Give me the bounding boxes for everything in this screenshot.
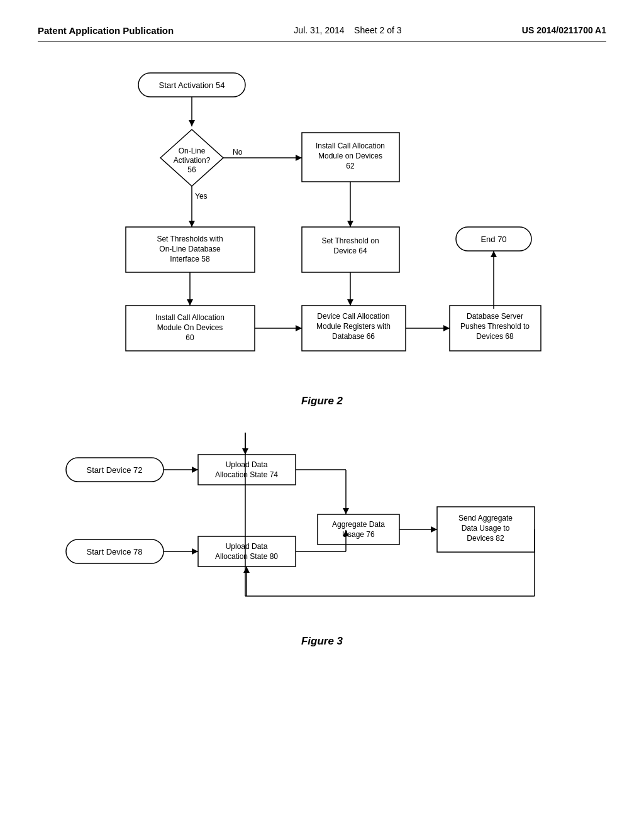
figure3-container: Start Device 72 Upload Data Allocation S…	[38, 426, 606, 648]
svg-text:Set Thresholds with: Set Thresholds with	[157, 235, 223, 243]
svg-text:Send Aggregate: Send Aggregate	[458, 514, 513, 523]
svg-rect-73	[318, 514, 399, 545]
svg-text:Device  64: Device 64	[333, 246, 367, 255]
svg-marker-66	[192, 548, 198, 555]
svg-text:Upload Data: Upload Data	[226, 460, 268, 469]
svg-marker-3	[189, 120, 195, 126]
svg-marker-77	[431, 526, 437, 533]
svg-text:Interface  58: Interface 58	[170, 255, 210, 263]
svg-text:Module On Devices: Module On Devices	[157, 323, 223, 332]
svg-marker-23	[347, 221, 353, 227]
svg-marker-62	[343, 508, 349, 514]
header-date-sheet: Jul. 31, 2014 Sheet 2 of 3	[294, 25, 401, 35]
svg-marker-38	[296, 325, 302, 331]
svg-text:No: No	[233, 148, 243, 157]
figure3-svg: Start Device 72 Upload Data Allocation S…	[38, 426, 579, 621]
svg-text:Pushes Threshold to: Pushes Threshold to	[460, 322, 530, 331]
svg-text:Start Device 72: Start Device 72	[87, 465, 143, 475]
svg-marker-10	[296, 155, 302, 161]
svg-text:Devices  82: Devices 82	[467, 534, 504, 543]
svg-text:Database Server: Database Server	[467, 312, 523, 321]
svg-text:Database  66: Database 66	[332, 332, 375, 341]
svg-text:Data Usage to: Data Usage to	[462, 524, 510, 533]
svg-marker-17	[189, 221, 195, 227]
svg-text:On-Line: On-Line	[179, 147, 206, 155]
svg-text:62: 62	[346, 162, 355, 170]
svg-marker-46	[443, 325, 450, 331]
svg-text:Device Call Allocation: Device Call Allocation	[317, 312, 389, 321]
svg-text:Activation?: Activation?	[174, 156, 211, 165]
svg-rect-57	[198, 455, 296, 485]
svg-text:Install Call Allocation: Install Call Allocation	[316, 141, 385, 150]
svg-text:60: 60	[186, 333, 194, 342]
header-sheet: Sheet 2 of 3	[354, 25, 402, 35]
svg-text:End  70: End 70	[480, 235, 506, 244]
svg-text:56: 56	[187, 165, 196, 174]
svg-text:Module on Devices: Module on Devices	[318, 152, 382, 160]
svg-marker-87	[243, 567, 250, 573]
page: Patent Application Publication Jul. 31, …	[0, 0, 644, 830]
header-patent-number: US 2014/0211700 A1	[522, 25, 606, 35]
figure2-label: Figure 2	[38, 395, 606, 407]
svg-text:Install Call Allocation: Install Call Allocation	[155, 313, 225, 322]
svg-marker-40	[347, 299, 353, 306]
figure3-label: Figure 3	[38, 635, 606, 648]
figure2-svg: Start Activation 54 On-Line Activation? …	[38, 60, 579, 381]
svg-text:Upload Data: Upload Data	[226, 542, 268, 551]
header-title: Patent Application Publication	[38, 25, 174, 36]
svg-marker-32	[187, 299, 193, 306]
page-header: Patent Application Publication Jul. 31, …	[38, 25, 606, 42]
svg-text:Start Device 78: Start Device 78	[87, 547, 143, 556]
svg-rect-67	[198, 536, 296, 567]
svg-text:Aggregate Data: Aggregate Data	[332, 520, 385, 529]
svg-text:Yes: Yes	[195, 192, 208, 201]
svg-marker-30	[491, 251, 497, 257]
svg-text:Set Threshold on: Set Threshold on	[321, 236, 379, 245]
svg-text:Module Registers with: Module Registers with	[316, 322, 391, 331]
svg-text:Start Activation 54: Start Activation 54	[159, 80, 225, 90]
svg-text:Usage  76: Usage 76	[342, 530, 375, 539]
header-date: Jul. 31, 2014	[294, 25, 344, 35]
svg-text:Devices  68: Devices 68	[476, 332, 514, 341]
svg-text:Allocation State  80: Allocation State 80	[215, 552, 278, 561]
svg-marker-56	[192, 467, 198, 473]
figure2-container: Start Activation 54 On-Line Activation? …	[38, 60, 606, 407]
svg-text:Allocation State  74: Allocation State 74	[215, 470, 278, 479]
svg-text:On-Line Database: On-Line Database	[159, 245, 221, 253]
